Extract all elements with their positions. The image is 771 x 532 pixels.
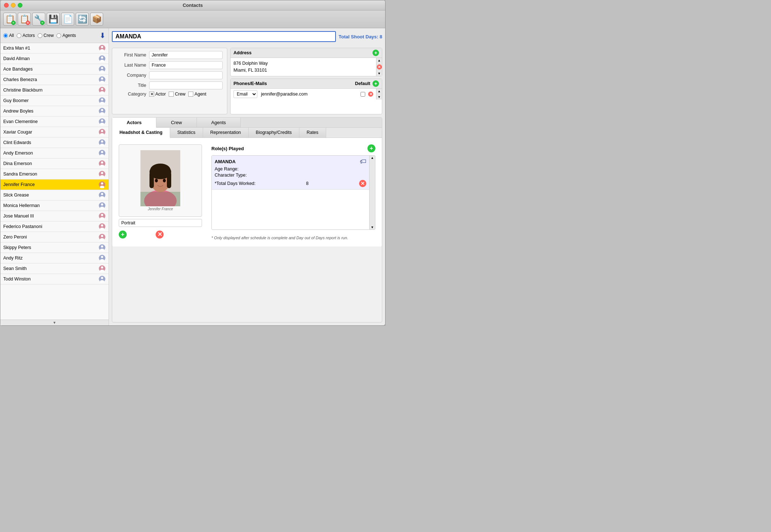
contact-item[interactable]: Clint Edwards <box>0 138 109 148</box>
contact-item[interactable]: Extra Man #1 <box>0 43 109 54</box>
header-bar: Total Shoot Days: 8 <box>112 31 382 42</box>
first-name-input[interactable] <box>149 51 223 59</box>
role-days-row: *Total Days Worked: 8 ✕ <box>215 180 366 187</box>
email-default-checkbox[interactable] <box>361 92 365 97</box>
contact-item[interactable]: Christine Blackburn <box>0 85 109 96</box>
maximize-button[interactable] <box>18 3 22 8</box>
contact-actor-icon <box>98 244 106 251</box>
contact-item[interactable]: Sean Smith <box>0 263 109 274</box>
add-role-button[interactable]: + <box>367 144 375 152</box>
address-scroll-down[interactable]: ▼ <box>378 72 381 75</box>
tab-statistics[interactable]: Statistics <box>170 128 203 138</box>
address-line1: 876 Dolphin Way <box>233 60 373 67</box>
main-content: Total Shoot Days: 8 First Name Last Name… <box>109 28 385 325</box>
last-name-row: Last Name <box>117 61 223 69</box>
contact-item[interactable]: Sandra Emerson <box>0 169 109 180</box>
email-type-select[interactable]: Email Phone Mobile <box>233 90 257 98</box>
contact-item[interactable]: Skippy Peters <box>0 242 109 253</box>
contact-item[interactable]: Andrew Boyles <box>0 106 109 117</box>
add-address-button[interactable]: + <box>372 50 379 56</box>
contact-item[interactable]: Jose Manuel III <box>0 211 109 221</box>
company-input[interactable] <box>149 71 223 79</box>
roles-scroll-up[interactable]: ▲ <box>371 156 374 160</box>
contact-name: Monica Hellerman <box>3 203 40 208</box>
contact-item[interactable]: Evan Clementine <box>0 117 109 127</box>
svg-point-31 <box>101 151 103 153</box>
remove-email-button[interactable]: ✕ <box>368 92 373 97</box>
tab-rates[interactable]: Rates <box>299 128 326 138</box>
contact-item[interactable]: Andy Emerson <box>0 148 109 159</box>
close-button[interactable] <box>4 3 9 8</box>
contact-name: Slick Grease <box>3 193 29 198</box>
tab-headshot[interactable]: Headshot & Casting <box>112 128 170 138</box>
add-phone-button[interactable]: + <box>372 80 379 87</box>
category-row: Category ✕ Actor Crew <box>117 92 223 97</box>
svg-point-43 <box>101 193 103 195</box>
new-contact-button[interactable]: 📋+ <box>3 13 16 26</box>
archive-button[interactable]: 📦 <box>90 13 103 26</box>
contact-actor-icon <box>98 254 106 262</box>
address-scroll-up[interactable]: ▲ <box>378 59 381 62</box>
svg-point-46 <box>101 203 103 206</box>
crew-checkbox[interactable]: Crew <box>169 92 185 97</box>
record-name-input[interactable] <box>112 31 336 42</box>
edit-button[interactable]: 🔧+ <box>32 13 45 26</box>
roles-scrollbar: ▲ ▼ <box>369 156 375 229</box>
remove-role-button[interactable]: ✕ <box>359 180 366 187</box>
role-item-0: AMANDA 🏷 Age Range: Charac <box>212 156 369 190</box>
role-edit-icon[interactable]: 🏷 <box>360 158 366 165</box>
agent-checkbox[interactable]: Agent <box>188 92 206 97</box>
contact-item[interactable]: Ace Bandages <box>0 64 109 75</box>
title-input[interactable] <box>149 81 223 89</box>
contact-item[interactable]: Jennifer France <box>0 180 109 190</box>
phones-scroll-up[interactable]: ▲ <box>378 89 381 93</box>
contact-name: Andy Emerson <box>3 151 33 156</box>
tab-crew[interactable]: Crew <box>156 118 197 127</box>
filter-actors[interactable]: Actors <box>17 33 35 38</box>
last-name-input[interactable] <box>149 61 223 69</box>
svg-point-13 <box>101 88 103 90</box>
contact-item[interactable]: Federico Pastanoni <box>0 221 109 232</box>
filter-agents[interactable]: Agents <box>56 33 76 38</box>
contact-name: David Allman <box>3 56 30 61</box>
company-row: Company <box>117 71 223 79</box>
category-label: Category <box>117 92 149 97</box>
remove-address-button[interactable]: ✕ <box>377 64 382 69</box>
contact-item[interactable]: Guy Boomer <box>0 96 109 106</box>
actor-checkbox[interactable]: ✕ Actor <box>149 92 166 97</box>
contact-item[interactable]: David Allman <box>0 54 109 64</box>
minimize-button[interactable] <box>11 3 16 8</box>
tab-biography[interactable]: Biography/Credits <box>249 128 299 138</box>
svg-point-10 <box>101 77 103 80</box>
delete-contact-button[interactable]: 📋✕ <box>18 13 31 26</box>
contact-actor-icon <box>98 128 106 136</box>
tab-representation[interactable]: Representation <box>203 128 249 138</box>
svg-point-55 <box>101 235 103 237</box>
contact-item[interactable]: Charles Benezra <box>0 75 109 85</box>
filter-all[interactable]: All <box>3 33 14 38</box>
svg-point-67 <box>101 277 103 279</box>
contact-item[interactable]: Zero Peroni <box>0 232 109 242</box>
list-button[interactable]: 📄 <box>61 13 74 26</box>
tab-agents[interactable]: Agents <box>197 118 241 127</box>
contact-item[interactable]: Dina Emerson <box>0 159 109 169</box>
contact-name: Charles Benezra <box>3 77 37 82</box>
contact-item[interactable]: Monica Hellerman <box>0 200 109 211</box>
save-button[interactable]: 💾 <box>47 13 60 26</box>
sort-button[interactable]: ⬇ <box>100 31 106 40</box>
roles-scroll-down[interactable]: ▼ <box>371 225 374 229</box>
remove-photo-button[interactable]: ✕ <box>156 231 164 238</box>
add-photo-button[interactable]: + <box>119 231 127 238</box>
contact-item[interactable]: Todd Winston <box>0 274 109 284</box>
phones-scroll-down[interactable]: ▼ <box>378 95 381 99</box>
portrait-input[interactable] <box>119 219 202 227</box>
tab-actors[interactable]: Actors <box>112 118 156 128</box>
svg-rect-79 <box>140 192 180 206</box>
contact-item[interactable]: Slick Grease <box>0 190 109 200</box>
contact-item[interactable]: Andy Ritz <box>0 253 109 263</box>
filter-crew[interactable]: Crew <box>38 33 54 38</box>
refresh-button[interactable]: 🔄 <box>76 13 89 26</box>
title-row: Title <box>117 81 223 89</box>
contact-item[interactable]: Xaviar Cougar <box>0 127 109 138</box>
contact-name: Jennifer France <box>3 182 35 187</box>
